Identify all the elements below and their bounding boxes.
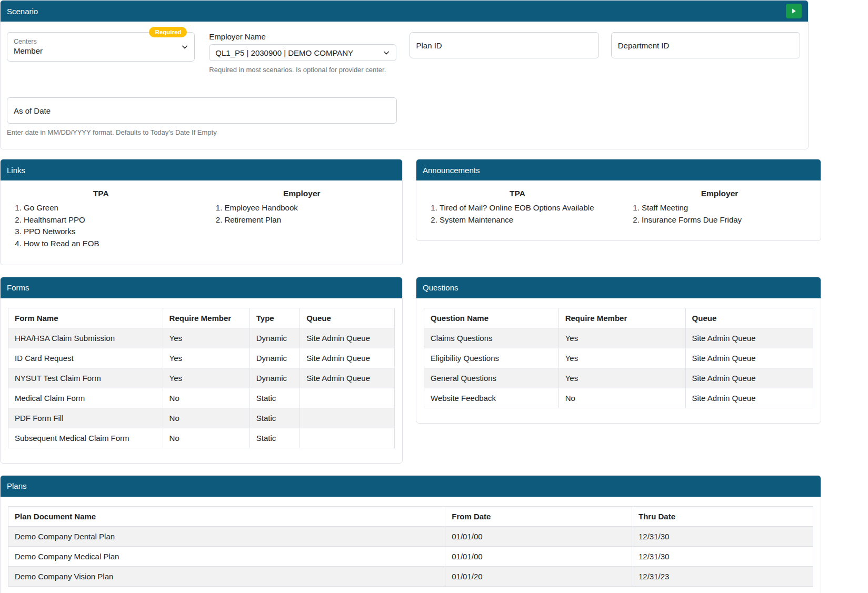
plans-title: Plans [7, 481, 27, 490]
scenario-body: Required Centers Member Employer Name QL… [1, 22, 808, 149]
employer-name-label: Employer Name [209, 32, 396, 41]
announcements-tpa-list: Tired of Mail? Online EOB Options Availa… [416, 202, 618, 226]
table-row: General QuestionsYesSite Admin Queue [424, 368, 813, 388]
announcements-employer-header: Employer [618, 189, 821, 198]
table-cell: Medical Claim Form [8, 388, 163, 408]
questions-title: Questions [423, 283, 458, 292]
table-cell: 01/01/00 [445, 526, 632, 546]
table-cell: Eligibility Questions [424, 348, 559, 368]
announcements-employer-list: Staff MeetingInsurance Forms Due Friday [618, 202, 821, 226]
announcements-header: Announcements [416, 159, 821, 180]
announcements-title: Announcements [423, 166, 480, 175]
column-header: Queue [685, 308, 813, 328]
table-cell: Dynamic [250, 348, 300, 368]
table-row: Claims QuestionsYesSite Admin Queue [424, 328, 813, 348]
employer-name-select[interactable]: QL1_P5 | 2030900 | DEMO COMPANY [209, 44, 396, 61]
forms-panel: Forms Form Name Require Member Type Queu… [0, 277, 403, 464]
table-row: Eligibility QuestionsYesSite Admin Queue [424, 348, 813, 368]
questions-table: Question Name Require Member Queue Claim… [424, 308, 813, 408]
table-header-row: Question Name Require Member Queue [424, 308, 813, 328]
table-cell: Demo Company Vision Plan [8, 566, 445, 586]
table-cell: Site Admin Queue [300, 348, 395, 368]
table-cell: No [163, 428, 250, 448]
chevron-down-icon [383, 49, 390, 56]
table-cell: Yes [558, 328, 685, 348]
table-cell: NYSUT Test Claim Form [8, 368, 163, 388]
list-item[interactable]: Tired of Mail? Online EOB Options Availa… [440, 202, 618, 214]
table-header-row: Plan Document Name From Date Thru Date [8, 506, 813, 526]
table-cell: Site Admin Queue [300, 328, 395, 348]
list-item[interactable]: Staff Meeting [642, 202, 821, 214]
table-cell: Yes [163, 348, 250, 368]
table-cell: Site Admin Queue [685, 328, 813, 348]
department-id-input[interactable] [611, 32, 800, 58]
table-cell: General Questions [424, 368, 559, 388]
table-row: HRA/HSA Claim SubmissionYesDynamicSite A… [8, 328, 395, 348]
list-item[interactable]: PPO Networks [24, 226, 202, 238]
forms-table: Form Name Require Member Type Queue HRA/… [8, 308, 395, 448]
page: Scenario Required Centers Member Employe… [0, 0, 821, 593]
plans-body: Plan Document Name From Date Thru Date D… [1, 497, 821, 593]
plans-panel: Plans Plan Document Name From Date Thru … [0, 475, 821, 593]
forms-body: Form Name Require Member Type Queue HRA/… [1, 298, 402, 463]
employer-name-help-text: Required in most scenarios. Is optional … [209, 66, 396, 74]
table-cell: Site Admin Queue [685, 388, 813, 408]
table-cell: Site Admin Queue [685, 348, 813, 368]
list-item[interactable]: Go Green [24, 202, 202, 214]
links-title: Links [7, 166, 25, 175]
table-cell: Subsequent Medical Claim Form [8, 428, 163, 448]
as-of-date-field: Enter date in MM/DD/YYYY format. Default… [7, 97, 800, 136]
table-cell: 12/31/23 [632, 566, 813, 586]
column-header: Question Name [424, 308, 559, 328]
table-cell: Site Admin Queue [300, 368, 395, 388]
links-header: Links [1, 159, 402, 180]
table-cell [300, 388, 395, 408]
table-row: Subsequent Medical Claim FormNoStatic [8, 428, 395, 448]
list-item[interactable]: Retirement Plan [225, 214, 403, 226]
questions-body: Question Name Require Member Queue Claim… [416, 298, 821, 423]
table-cell: Dynamic [250, 328, 300, 348]
table-row: ID Card RequestYesDynamicSite Admin Queu… [8, 348, 395, 368]
employer-name-value: QL1_P5 | 2030900 | DEMO COMPANY [215, 48, 353, 57]
as-of-date-help-text: Enter date in MM/DD/YYYY format. Default… [7, 128, 800, 136]
table-cell: Yes [163, 328, 250, 348]
column-header: Require Member [558, 308, 685, 328]
list-item[interactable]: Insurance Forms Due Friday [642, 214, 821, 226]
table-row: PDF Form FillNoStatic [8, 408, 395, 428]
list-item[interactable]: Healthsmart PPO [24, 214, 202, 226]
run-scenario-button[interactable] [786, 4, 802, 18]
plan-id-input[interactable] [410, 32, 599, 58]
table-row: Demo Company Dental Plan01/01/0012/31/30 [8, 526, 813, 546]
table-cell: No [163, 408, 250, 428]
column-header: Queue [300, 308, 395, 328]
table-row: Demo Company Medical Plan01/01/0012/31/3… [8, 546, 813, 566]
column-header: From Date [445, 506, 632, 526]
centers-label: Centers [14, 37, 175, 46]
forms-header: Forms [1, 277, 402, 298]
list-item[interactable]: How to Read an EOB [24, 238, 202, 250]
table-row: Website FeedbackNoSite Admin Queue [424, 388, 813, 408]
table-cell: HRA/HSA Claim Submission [8, 328, 163, 348]
table-cell: Yes [558, 348, 685, 368]
list-item[interactable]: Employee Handbook [225, 202, 403, 214]
required-badge: Required [149, 27, 187, 37]
play-icon [791, 8, 797, 14]
links-tpa-header: TPA [1, 189, 202, 198]
column-header: Type [250, 308, 300, 328]
list-item[interactable]: System Maintenance [440, 214, 618, 226]
questions-panel: Questions Question Name Require Member Q… [416, 277, 821, 424]
links-employer-list: Employee HandbookRetirement Plan [202, 202, 403, 226]
table-row: Demo Company Vision Plan01/01/2012/31/23 [8, 566, 813, 586]
announcements-tpa-header: TPA [416, 189, 618, 198]
table-cell: Site Admin Queue [685, 368, 813, 388]
table-cell: 01/01/00 [445, 546, 632, 566]
centers-value: Member [14, 46, 175, 56]
as-of-date-input[interactable] [7, 97, 397, 124]
centers-select[interactable]: Required Centers Member [7, 32, 195, 62]
table-cell [300, 408, 395, 428]
table-cell: PDF Form Fill [8, 408, 163, 428]
table-row: Medical Claim FormNoStatic [8, 388, 395, 408]
table-cell: Demo Company Medical Plan [8, 546, 445, 566]
chevron-down-icon [181, 43, 188, 51]
announcements-employer-column: Employer Staff MeetingInsurance Forms Du… [618, 189, 821, 226]
